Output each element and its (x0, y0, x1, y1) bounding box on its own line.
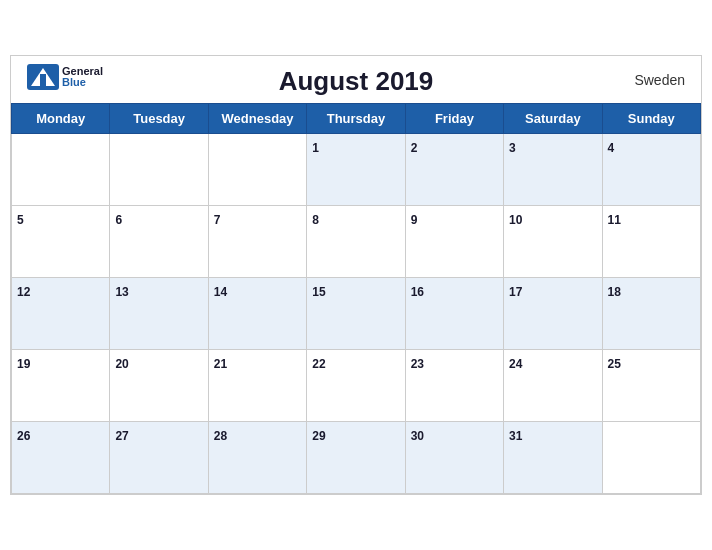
calendar-day-cell: 14 (208, 278, 306, 350)
day-number: 26 (17, 429, 30, 443)
calendar-day-cell: 3 (504, 134, 602, 206)
calendar-day-cell: 20 (110, 350, 208, 422)
day-number: 8 (312, 213, 319, 227)
day-number: 30 (411, 429, 424, 443)
calendar-day-cell: 25 (602, 350, 700, 422)
calendar-day-cell: 29 (307, 422, 405, 494)
logo-area: General Blue (27, 64, 103, 90)
header-sunday: Sunday (602, 104, 700, 134)
day-number: 5 (17, 213, 24, 227)
calendar-day-cell: 13 (110, 278, 208, 350)
day-number: 1 (312, 141, 319, 155)
calendar-day-cell: 2 (405, 134, 503, 206)
day-number: 2 (411, 141, 418, 155)
calendar-day-cell: 27 (110, 422, 208, 494)
calendar-day-cell: 17 (504, 278, 602, 350)
calendar-day-cell: 26 (12, 422, 110, 494)
calendar-day-cell: 23 (405, 350, 503, 422)
header-friday: Friday (405, 104, 503, 134)
calendar-day-cell: 30 (405, 422, 503, 494)
calendar-week-row: 12131415161718 (12, 278, 701, 350)
calendar-day-cell: 9 (405, 206, 503, 278)
calendar-week-row: 262728293031 (12, 422, 701, 494)
calendar-day-cell: 12 (12, 278, 110, 350)
calendar-day-cell (110, 134, 208, 206)
calendar-day-cell: 19 (12, 350, 110, 422)
calendar-day-cell: 7 (208, 206, 306, 278)
header-thursday: Thursday (307, 104, 405, 134)
day-number: 10 (509, 213, 522, 227)
day-number: 18 (608, 285, 621, 299)
day-number: 15 (312, 285, 325, 299)
day-number: 16 (411, 285, 424, 299)
day-number: 21 (214, 357, 227, 371)
day-number: 6 (115, 213, 122, 227)
day-number: 4 (608, 141, 615, 155)
calendar-day-cell (208, 134, 306, 206)
calendar-week-row: 19202122232425 (12, 350, 701, 422)
calendar-day-cell: 24 (504, 350, 602, 422)
day-number: 13 (115, 285, 128, 299)
header-monday: Monday (12, 104, 110, 134)
calendar-day-cell: 22 (307, 350, 405, 422)
weekday-header-row: Monday Tuesday Wednesday Thursday Friday… (12, 104, 701, 134)
header-saturday: Saturday (504, 104, 602, 134)
day-number: 22 (312, 357, 325, 371)
day-number: 24 (509, 357, 522, 371)
calendar-day-cell: 31 (504, 422, 602, 494)
calendar-day-cell: 15 (307, 278, 405, 350)
day-number: 25 (608, 357, 621, 371)
country-label: Sweden (634, 72, 685, 88)
header-wednesday: Wednesday (208, 104, 306, 134)
calendar-day-cell: 6 (110, 206, 208, 278)
calendar-header: General Blue August 2019 Sweden (11, 56, 701, 103)
day-number: 14 (214, 285, 227, 299)
calendar-week-row: 567891011 (12, 206, 701, 278)
logo-blue-text: Blue (62, 77, 103, 88)
day-number: 11 (608, 213, 621, 227)
day-number: 20 (115, 357, 128, 371)
day-number: 23 (411, 357, 424, 371)
svg-rect-2 (40, 74, 46, 86)
logo-icon (27, 64, 59, 90)
calendar-table: Monday Tuesday Wednesday Thursday Friday… (11, 103, 701, 494)
calendar-day-cell (602, 422, 700, 494)
calendar-week-row: 1234 (12, 134, 701, 206)
day-number: 9 (411, 213, 418, 227)
day-number: 29 (312, 429, 325, 443)
calendar-day-cell: 28 (208, 422, 306, 494)
day-number: 28 (214, 429, 227, 443)
calendar-day-cell: 8 (307, 206, 405, 278)
day-number: 3 (509, 141, 516, 155)
calendar-day-cell: 10 (504, 206, 602, 278)
calendar-day-cell: 1 (307, 134, 405, 206)
day-number: 27 (115, 429, 128, 443)
day-number: 19 (17, 357, 30, 371)
calendar-day-cell: 4 (602, 134, 700, 206)
day-number: 12 (17, 285, 30, 299)
calendar-day-cell (12, 134, 110, 206)
calendar-day-cell: 18 (602, 278, 700, 350)
header-tuesday: Tuesday (110, 104, 208, 134)
day-number: 7 (214, 213, 221, 227)
calendar-title: August 2019 (279, 66, 434, 97)
calendar-day-cell: 21 (208, 350, 306, 422)
calendar-day-cell: 11 (602, 206, 700, 278)
calendar-container: General Blue August 2019 Sweden Monday T… (10, 55, 702, 495)
day-number: 17 (509, 285, 522, 299)
calendar-day-cell: 16 (405, 278, 503, 350)
day-number: 31 (509, 429, 522, 443)
calendar-day-cell: 5 (12, 206, 110, 278)
